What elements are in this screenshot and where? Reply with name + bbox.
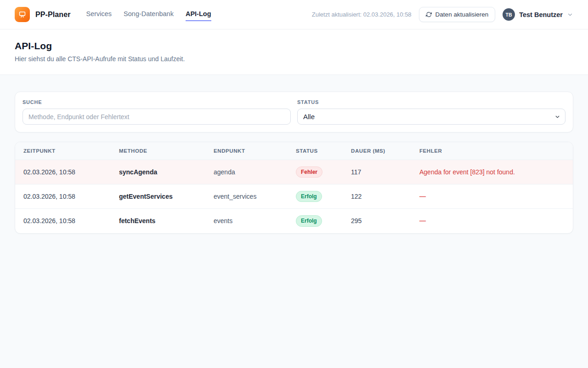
cell-status: Fehler xyxy=(288,160,343,184)
cell-zeitpunkt: 02.03.2026, 10:58 xyxy=(15,160,111,184)
cell-dauer: 122 xyxy=(343,184,411,209)
col-status: STATUS xyxy=(288,142,343,160)
status-select-wrap: Alle xyxy=(297,109,565,125)
nav-item-services[interactable]: Services xyxy=(86,8,112,21)
refresh-data-button[interactable]: Daten aktualisieren xyxy=(419,7,496,22)
app-logo xyxy=(15,7,30,22)
cell-dauer: 295 xyxy=(343,209,411,233)
refresh-button-label: Daten aktualisieren xyxy=(435,11,489,18)
cell-dauer: 117 xyxy=(343,160,411,184)
search-input[interactable] xyxy=(23,109,291,125)
filter-card: SUCHE STATUS Alle xyxy=(15,92,573,132)
status-badge: Erfolg xyxy=(296,215,322,226)
table-row: 02.03.2026, 10:58 getEventServices event… xyxy=(15,184,573,209)
table-row: 02.03.2026, 10:58 fetchEvents events Erf… xyxy=(15,209,573,233)
cell-zeitpunkt: 02.03.2026, 10:58 xyxy=(15,184,111,209)
table-row: 02.03.2026, 10:58 syncAgenda agenda Fehl… xyxy=(15,160,573,184)
chevron-down-icon xyxy=(567,12,573,18)
cell-methode: fetchEvents xyxy=(111,209,205,233)
cell-methode: getEventServices xyxy=(111,184,205,209)
col-fehler: FEHLER xyxy=(411,142,573,160)
cell-methode: syncAgenda xyxy=(111,160,205,184)
user-name: Test Benutzer xyxy=(519,11,563,18)
cell-status: Erfolg xyxy=(288,209,343,233)
presentation-board-icon xyxy=(18,10,27,19)
cell-status: Erfolg xyxy=(288,184,343,209)
topbar: PP-Planer Services Song-Datenbank API-Lo… xyxy=(0,0,588,29)
table-header-row: ZEITPUNKT METHODE ENDPUNKT STATUS DAUER … xyxy=(15,142,573,160)
col-endpunkt: ENDPUNKT xyxy=(205,142,288,160)
user-menu[interactable]: TB Test Benutzer xyxy=(503,8,573,21)
nav-item-song-datenbank[interactable]: Song-Datenbank xyxy=(124,8,174,21)
page-title: API-Log xyxy=(15,40,573,52)
api-log-table-card: ZEITPUNKT METHODE ENDPUNKT STATUS DAUER … xyxy=(15,142,573,234)
page-header: API-Log Hier siehst du alle CTS-API-Aufr… xyxy=(0,29,588,75)
search-field-group: SUCHE xyxy=(23,99,291,125)
col-zeitpunkt: ZEITPUNKT xyxy=(15,142,111,160)
main-nav: Services Song-Datenbank API-Log xyxy=(86,0,211,29)
status-select[interactable]: Alle xyxy=(297,109,565,125)
status-field-group: STATUS Alle xyxy=(297,99,565,125)
page-subtitle: Hier siehst du alle CTS-API-Aufrufe mit … xyxy=(15,55,573,63)
status-badge: Erfolg xyxy=(296,191,322,202)
cell-fehler: Agenda for event [823] not found. xyxy=(411,160,573,184)
cell-fehler: — xyxy=(411,209,573,233)
topbar-right: Zuletzt aktualisiert: 02.03.2026, 10:58 … xyxy=(312,7,573,22)
status-badge: Fehler xyxy=(296,167,322,178)
avatar: TB xyxy=(503,8,515,21)
brand-name: PP-Planer xyxy=(35,11,71,19)
cell-endpunkt: agenda xyxy=(205,160,288,184)
last-updated-text: Zuletzt aktualisiert: 02.03.2026, 10:58 xyxy=(312,11,412,18)
cell-endpunkt: event_services xyxy=(205,184,288,209)
refresh-icon xyxy=(426,12,432,17)
status-label: STATUS xyxy=(297,99,565,105)
api-log-table: ZEITPUNKT METHODE ENDPUNKT STATUS DAUER … xyxy=(15,142,573,233)
cell-zeitpunkt: 02.03.2026, 10:58 xyxy=(15,209,111,233)
col-dauer: DAUER (MS) xyxy=(343,142,411,160)
main-content: SUCHE STATUS Alle xyxy=(0,75,588,250)
cell-endpunkt: events xyxy=(205,209,288,233)
nav-item-api-log[interactable]: API-Log xyxy=(186,8,211,21)
search-label: SUCHE xyxy=(23,99,291,105)
cell-fehler: — xyxy=(411,184,573,209)
col-methode: METHODE xyxy=(111,142,205,160)
